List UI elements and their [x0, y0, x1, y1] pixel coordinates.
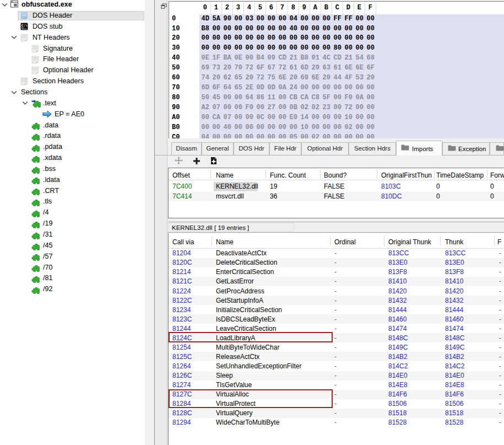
svg-text:C:\: C:\	[21, 24, 28, 28]
